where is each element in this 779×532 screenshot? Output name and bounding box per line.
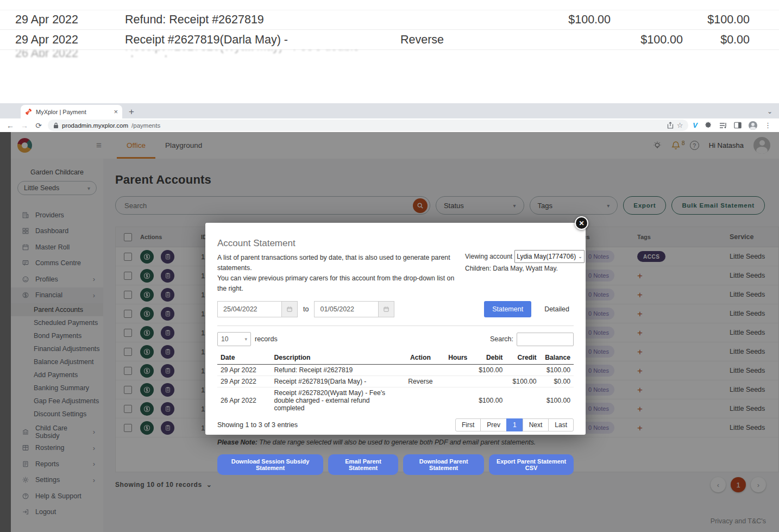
share-icon[interactable]: [667, 122, 674, 129]
viewing-account-select[interactable]: Lydia May(1774706) ⌄: [514, 250, 585, 263]
caret-down-icon: ▾: [244, 336, 247, 342]
excerpt-row: 29 Apr 2022 Refund: Receipt #2627819 $10…: [0, 10, 779, 30]
url-host: prodadmin.myxplor.com: [62, 122, 128, 129]
tab-close-icon[interactable]: ×: [114, 108, 118, 115]
prev-page-button[interactable]: Prev: [480, 418, 507, 431]
playlist-extension-icon[interactable]: [719, 122, 727, 129]
excerpt-credit: $100.00: [611, 33, 683, 47]
account-statement-modal: Account Statement A list of parent trans…: [205, 223, 586, 435]
modal-description-2: You can view previous primary carers for…: [217, 273, 463, 294]
browser-tab[interactable]: MyXplor | Payment ×: [21, 105, 122, 118]
statement-excerpt: 29 Apr 2022 Refund: Receipt #2627819 $10…: [0, 0, 779, 103]
modal-note: Please Note: The date range selected wil…: [217, 439, 574, 446]
statement-row: 29 Apr 2022 Receipt #2627819(Darla May) …: [217, 376, 574, 387]
records-per-page-select[interactable]: 10 ▾: [217, 332, 251, 346]
excerpt-description: Refund: Receipt #2627819: [125, 13, 400, 27]
browser-menu-icon[interactable]: ⋮: [764, 121, 771, 129]
excerpt-balance: $0.00: [683, 33, 750, 47]
caret-down-icon: ⌄: [578, 253, 582, 261]
statement-tab-button[interactable]: Statement: [484, 301, 531, 317]
col-action: Action: [399, 352, 442, 365]
date-range-to-label: to: [303, 305, 309, 313]
new-tab-button[interactable]: +: [129, 107, 134, 116]
modal-search-label: Search:: [490, 335, 513, 343]
excerpt-row: 29 Apr 2022 Receipt #2627819(Darla May) …: [0, 30, 779, 50]
download-parent-statement-button[interactable]: Download Parent Statement: [403, 454, 484, 475]
col-hours: Hours: [442, 352, 474, 365]
url-bar[interactable]: prodadmin.myxplor.com/payments ☆: [48, 120, 688, 131]
excerpt-balance: $100.00: [683, 13, 750, 27]
address-bar: ← → ⟳ prodadmin.myxplor.com/payments ☆ V: [0, 118, 779, 132]
tab-search-chevron-icon[interactable]: ⌄: [767, 108, 772, 115]
excerpt-date: 29 Apr 2022: [0, 13, 125, 27]
reload-icon[interactable]: ⟳: [34, 121, 43, 130]
excerpt-date: 26 Apr 2022: [0, 50, 125, 57]
next-page-button[interactable]: Next: [523, 418, 549, 431]
lock-icon: [53, 122, 59, 129]
modal-search-input[interactable]: [517, 333, 574, 346]
excerpt-action: Reverse: [400, 33, 495, 47]
modal-close-button[interactable]: ✕: [575, 216, 588, 230]
page-1-button[interactable]: 1: [506, 418, 523, 431]
excerpt-description: Receipt #2627820(Wyatt May) - Fee's doub…: [125, 50, 400, 57]
records-label: records: [255, 335, 278, 343]
back-icon[interactable]: ←: [5, 121, 15, 130]
col-balance: Balance: [540, 352, 574, 365]
download-session-subsidy-statement-button[interactable]: Download Session Subsidy Statement: [217, 454, 323, 475]
statement-row: 29 Apr 2022 Refund: Receipt #2627819 $10…: [217, 365, 574, 376]
email-parent-statement-button[interactable]: Email Parent Statement: [328, 454, 398, 475]
col-description: Description: [271, 352, 399, 365]
forward-icon[interactable]: →: [20, 121, 29, 130]
entries-summary: Showing 1 to 3 of 3 entries: [217, 421, 298, 429]
first-page-button[interactable]: First: [455, 418, 481, 431]
favicon-rocket-icon: [25, 108, 32, 115]
children-text: Children: Darla May, Wyatt May.: [465, 263, 574, 274]
tab-strip: MyXplor | Payment × + ⌄: [0, 103, 779, 118]
viewing-account-label: Viewing account: [465, 251, 512, 262]
browser-toolbar-icons: V ⋮: [693, 121, 774, 130]
calendar-icon[interactable]: [378, 301, 394, 317]
app-viewport: ≡ Office Playground 8 ? Hi Natasha Garde…: [0, 132, 779, 532]
bookmark-star-icon[interactable]: ☆: [677, 121, 683, 129]
statement-table: Date Description Action Hours Debit Cred…: [217, 352, 574, 414]
calendar-icon[interactable]: [281, 301, 298, 317]
tab-title: MyXplor | Payment: [36, 109, 110, 115]
modal-title: Account Statement: [217, 238, 463, 249]
url-path: /payments: [131, 122, 160, 129]
col-date: Date: [217, 352, 271, 365]
vimeo-extension-icon[interactable]: V: [693, 121, 698, 129]
excerpt-date: 29 Apr 2022: [0, 33, 125, 47]
last-page-button[interactable]: Last: [548, 418, 574, 431]
excerpt-row-partial: 26 Apr 2022 Receipt #2627820(Wyatt May) …: [0, 50, 779, 57]
modal-pagination: First Prev 1 Next Last: [455, 418, 574, 431]
col-credit: Credit: [506, 352, 539, 365]
export-parent-statement-csv-button[interactable]: Export Parent Statement CSV: [489, 454, 574, 475]
browser-chrome: MyXplor | Payment × + ⌄ ← → ⟳ prodadmin.…: [0, 103, 779, 132]
col-debit: Debit: [474, 352, 506, 365]
excerpt-description: Receipt #2627819(Darla May) -: [125, 33, 400, 47]
date-to-input[interactable]: 01/05/2022: [314, 301, 378, 317]
modal-description-1: A list of parent transactions sorted by …: [217, 253, 463, 273]
extensions-puzzle-icon[interactable]: [705, 122, 712, 129]
detailed-tab-button[interactable]: Detailed: [544, 305, 569, 313]
excerpt-debit: $100.00: [495, 13, 611, 27]
date-from-input[interactable]: 25/04/2022: [217, 301, 281, 317]
statement-row: 26 Apr 2022 Receipt #2627820(Wyatt May) …: [217, 387, 574, 414]
side-panel-icon[interactable]: [734, 122, 742, 129]
browser-profile-avatar[interactable]: [749, 121, 757, 130]
